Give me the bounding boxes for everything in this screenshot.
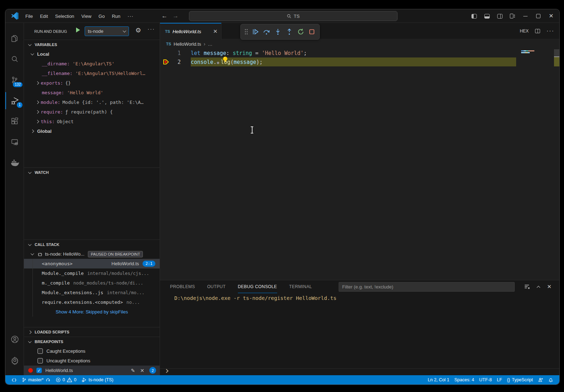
forward-arrow-icon[interactable]: → [173,12,179,20]
code-editor[interactable]: 1 let message: string = 'Hello World'; 2… [160,49,559,280]
stop-button[interactable] [308,28,316,36]
views-more-icon[interactable]: ··· [148,26,155,32]
edit-breakpoint-icon[interactable]: ✎ [131,368,135,373]
menu-more-icon[interactable]: ··· [124,12,137,20]
caught-exceptions-row[interactable]: Caught Exceptions [24,346,160,356]
stack-frame-row[interactable]: <anonymous> HelloWorld.ts 2:1 [24,259,160,268]
clear-console-icon[interactable] [524,284,530,290]
variable-row[interactable]: require:ƒ require(path) { [24,107,160,117]
watch-section-header[interactable]: WATCH [24,167,160,177]
breakpoints-section-header[interactable]: BREAKPOINTS [24,337,160,346]
checkbox-unchecked[interactable] [38,358,43,363]
breadcrumb-file[interactable]: HelloWorld.ts [174,41,201,47]
close-tab-icon[interactable]: ✕ [213,28,218,35]
menu-go[interactable]: Go [95,12,108,20]
stack-frame-row[interactable]: m._compile node_modules/ts-node/di... [24,278,160,288]
show-more-link[interactable]: Show 4 More: Skipped by skipFiles [24,307,160,317]
search-sidebar-icon[interactable] [5,51,24,68]
close-button[interactable]: ✕ [546,11,556,21]
eol-status[interactable]: LF [494,375,505,385]
debug-session-row[interactable]: ts-node: HelloWo... PAUSED ON BREAKPOINT [24,249,160,259]
explorer-icon[interactable] [5,30,24,47]
step-out-button[interactable] [285,28,293,36]
variable-row[interactable]: this:Object [24,117,160,126]
remote-indicator[interactable] [9,375,19,385]
launch-config-dropdown[interactable]: ts-node [85,26,129,36]
restart-button[interactable] [297,28,305,36]
remote-explorer-icon[interactable] [5,134,24,151]
debug-target-status[interactable]: ts-node (TS) [79,375,116,385]
source-control-icon[interactable]: 132 [5,71,24,89]
uncaught-exceptions-row[interactable]: Uncaught Exceptions [24,356,160,366]
loaded-scripts-section-header[interactable]: LOADED SCRIPTS [24,327,160,337]
tab-terminal[interactable]: TERMINAL [289,280,312,293]
git-branch-status[interactable]: master* [19,375,53,385]
step-into-button[interactable] [274,28,282,36]
run-and-debug-icon[interactable]: 1 [5,92,24,109]
settings-gear-icon[interactable] [5,352,24,369]
variable-row[interactable]: message: 'Hello World' [24,88,160,97]
file-breakpoint-row[interactable]: ✓ HelloWorld.ts ✎ ✕ 2 [24,366,160,375]
minimap[interactable] [518,49,553,92]
debug-repl-row[interactable] [160,368,559,375]
customize-layout-icon[interactable] [507,11,518,21]
remove-breakpoint-icon[interactable]: ✕ [140,368,144,373]
tab-problems[interactable]: PROBLEMS [170,280,195,293]
variables-section-header[interactable]: VARIABLES [24,40,160,49]
menu-edit[interactable]: Edit [36,12,51,20]
variable-row[interactable]: __dirname: 'E:\Angular\TS' [24,59,160,69]
call-stack-section-header[interactable]: CALL STACK [24,240,160,249]
continue-button[interactable] [251,28,259,36]
command-center-search[interactable]: TS [189,11,398,21]
cursor-position[interactable]: Ln 2, Col 1 [425,375,452,385]
account-icon[interactable] [5,331,24,348]
problems-status[interactable]: 0 0 [53,375,79,385]
start-debug-icon[interactable] [76,27,80,32]
docker-icon[interactable] [5,154,24,171]
scope-local-row[interactable]: Local [24,49,160,59]
scope-global-row[interactable]: Global [24,126,160,136]
line-number[interactable]: 2 [160,59,181,65]
menu-view[interactable]: View [78,12,95,20]
tab-output[interactable]: OUTPUT [207,280,226,293]
menu-file[interactable]: File [22,12,36,20]
breadcrumb-symbol[interactable]: … [208,41,213,47]
language-mode[interactable]: {} TypeScript [505,375,535,385]
feedback-icon[interactable] [535,375,546,385]
line-number[interactable]: 1 [160,50,181,56]
overview-ruler[interactable] [554,49,559,280]
breadcrumb[interactable]: TS HelloWorld.ts › … [160,39,559,49]
toggle-secondary-sidebar-icon[interactable] [494,11,505,21]
variable-row[interactable]: module:Module {id: '.', path: 'E:\A… [24,97,160,107]
back-arrow-icon[interactable]: ← [161,12,168,20]
toggle-panel-icon[interactable] [481,11,492,21]
editor-more-icon[interactable]: ··· [546,28,554,34]
minimize-button[interactable] [520,11,531,21]
stack-frame-row[interactable]: require.extensions.<computed> no... [24,297,160,307]
tab-debug-console[interactable]: DEBUG CONSOLE [238,280,277,293]
menu-run[interactable]: Run [108,12,124,20]
step-over-button[interactable] [263,28,270,36]
checkbox-checked[interactable]: ✓ [36,368,42,373]
debug-gear-icon[interactable]: ⚙ [135,26,141,34]
maximize-panel-icon[interactable] [537,286,540,289]
split-editor-icon[interactable] [535,29,540,33]
maximize-button[interactable] [533,11,544,21]
stack-frame-row[interactable]: Module._compile internal/modules/cjs... [24,268,160,278]
encoding-status[interactable]: UTF-8 [477,375,494,385]
menu-selection[interactable]: Selection [51,12,78,20]
extensions-icon[interactable] [5,113,24,130]
toggle-sidebar-icon[interactable] [469,11,479,21]
console-filter-input[interactable] [339,282,515,292]
hex-action[interactable]: HEX [520,29,529,34]
close-panel-icon[interactable]: ✕ [547,283,551,290]
scrollbar-slider[interactable] [554,49,559,56]
notifications-bell-icon[interactable] [546,375,556,385]
indentation-status[interactable]: Spaces: 4 [452,375,477,385]
tab-helloworld[interactable]: TS HelloWorld.ts ✕ [160,23,221,39]
stack-frame-row[interactable]: Module._extensions..js internal/mo... [24,288,160,297]
drag-handle-icon[interactable] [244,29,248,35]
checkbox-unchecked[interactable] [38,348,43,354]
variable-row[interactable]: exports:{} [24,78,160,88]
variable-row[interactable]: __filename: 'E:\Angular\TS\HelloWorl… [24,69,160,78]
